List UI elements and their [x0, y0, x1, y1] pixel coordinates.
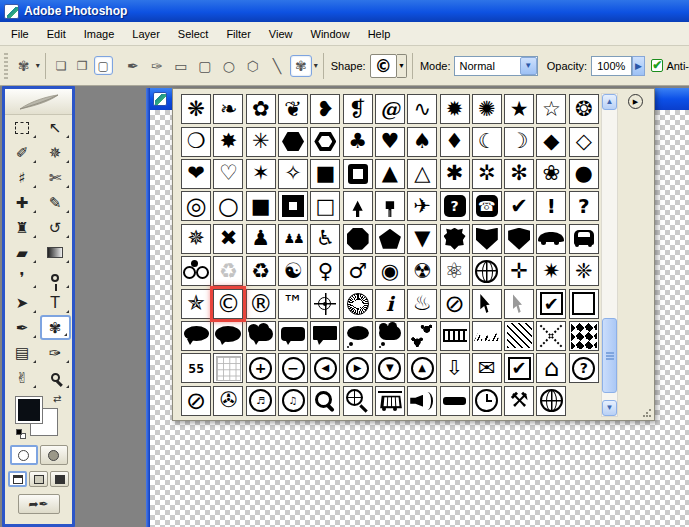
shape-speaker[interactable]	[407, 386, 437, 416]
shape-picker-scrollbar[interactable]: ▲ ▼	[601, 93, 618, 417]
shape-checkmark[interactable]: ✔	[504, 191, 534, 221]
shape-speech-ellipse[interactable]	[213, 321, 243, 351]
type-tool[interactable]: T	[40, 290, 71, 315]
default-colors-icon[interactable]	[16, 429, 26, 439]
shape-exclamation[interactable]: !	[536, 191, 566, 221]
shape-circle-outline[interactable]: ○	[213, 191, 243, 221]
shape-triangle-outline[interactable]: △	[407, 159, 437, 189]
eraser-tool[interactable]: ▰	[7, 240, 38, 265]
shape-recycle-light[interactable]: ♻	[213, 256, 243, 286]
shape-paisley[interactable]: ❡	[343, 94, 373, 124]
shape-music-add[interactable]: ♬	[246, 386, 276, 416]
rectangle-tool-button[interactable]: ▭	[170, 55, 192, 77]
shape-plus-circle[interactable]: +	[246, 353, 276, 383]
tool-preset-picker[interactable]: ✾	[14, 55, 34, 77]
zoom-tool[interactable]	[40, 365, 71, 390]
line-tool-button[interactable]: ╲	[266, 55, 288, 77]
shape-sun[interactable]: ✸	[213, 127, 243, 157]
shape-square-hole[interactable]	[278, 191, 308, 221]
shape-triangle[interactable]: ▲	[375, 159, 405, 189]
shape-woman[interactable]	[343, 191, 373, 221]
shape-no-sign[interactable]: ⊘	[181, 386, 211, 416]
custom-shape-tool-button[interactable]: ✾	[290, 55, 312, 77]
shape-rounded-square[interactable]: ■	[310, 159, 340, 189]
scrollbar-thumb[interactable]	[602, 318, 617, 393]
preset-dropdown-arrow[interactable]: ▾	[36, 61, 40, 70]
freeform-pen-tool-button[interactable]: ✑	[146, 55, 168, 77]
shape-spiral[interactable]: @	[375, 94, 405, 124]
antialias-checkbox[interactable]: ✔	[651, 59, 663, 72]
shape-crescent[interactable]: ☾	[472, 127, 502, 157]
shape-diamond-outline[interactable]: ◇	[569, 127, 599, 157]
shape-scalloped-circle[interactable]: ❍	[181, 127, 211, 157]
shape-sun-outline[interactable]: ✳	[246, 127, 276, 157]
shape-speech-rect[interactable]	[278, 321, 308, 351]
shape-railroad[interactable]	[440, 321, 470, 351]
shape-target[interactable]: ◉	[375, 256, 405, 286]
clone-stamp-tool[interactable]: ♜	[7, 215, 38, 240]
shape-male[interactable]: ♂	[343, 256, 373, 286]
shape-info[interactable]: i	[375, 289, 405, 319]
shape-starburst[interactable]: ✹	[440, 94, 470, 124]
shape-heart[interactable]: ❤	[181, 159, 211, 189]
shape-heart-card[interactable]: ♥	[375, 127, 405, 157]
shape-car-front[interactable]	[569, 224, 599, 254]
shape-floral-ornament[interactable]: ❧	[213, 94, 243, 124]
shape-airplane[interactable]: ✈	[407, 191, 437, 221]
options-bar-grip[interactable]	[4, 53, 8, 79]
shape-badge[interactable]: ✶	[246, 159, 276, 189]
shape-checked-box[interactable]: ✔	[536, 289, 566, 319]
quick-mask-mode-button[interactable]	[40, 445, 68, 465]
polygon-tool-button[interactable]: ⬡	[242, 55, 264, 77]
shape-grid[interactable]	[213, 353, 243, 383]
shape-digits-55[interactable]: 55	[181, 353, 211, 383]
shape-checkbox-checked[interactable]: ✔	[504, 353, 534, 383]
shape-left-circle[interactable]: ◀	[310, 353, 340, 383]
menu-window[interactable]: Window	[302, 25, 359, 43]
shape-thought-cloud[interactable]	[375, 321, 405, 351]
shape-bang-filled[interactable]: ✷	[536, 256, 566, 286]
shape-music-remove[interactable]: ♫	[278, 386, 308, 416]
shape-picker-dropdown-arrow[interactable]: ▼	[397, 54, 407, 78]
shape-flower-outline[interactable]: ❀	[536, 159, 566, 189]
shape-stripe-pattern[interactable]	[504, 321, 534, 351]
shape-recycle[interactable]: ♻	[246, 256, 276, 286]
menu-view[interactable]: View	[260, 25, 302, 43]
pen-tool[interactable]: ✒	[7, 315, 38, 340]
shape-paw-prints[interactable]	[407, 321, 437, 351]
shape-pentagon[interactable]	[375, 224, 405, 254]
shape-cursor[interactable]	[472, 289, 502, 319]
shape-up-circle[interactable]: ▲	[407, 353, 437, 383]
picker-resize-grip[interactable]	[642, 408, 652, 418]
history-brush-tool[interactable]: ↺	[40, 215, 71, 240]
shape-cursor-outline[interactable]	[504, 289, 534, 319]
shape-crescent-outline[interactable]: ☽	[504, 127, 534, 157]
shape-envelope[interactable]: ✉	[472, 353, 502, 383]
foreground-color-swatch[interactable]	[16, 397, 42, 423]
fill-pixels-button[interactable]: ▢	[94, 56, 113, 75]
shape-empty-box[interactable]	[569, 289, 599, 319]
shape-minus-circle[interactable]: −	[278, 353, 308, 383]
shape-diamond-card[interactable]: ♦	[440, 127, 470, 157]
shape-right-circle[interactable]: ▶	[343, 353, 373, 383]
shape-star-outline[interactable]: ☆	[536, 94, 566, 124]
shape-circle[interactable]: ●	[569, 159, 599, 189]
shape-heart-outline[interactable]: ♡	[213, 159, 243, 189]
shape-shopping-cart[interactable]	[375, 386, 405, 416]
shape-help-circle[interactable]: ?	[569, 353, 599, 383]
shape-star[interactable]: ★	[504, 94, 534, 124]
shape-triangle-down[interactable]: ▼	[407, 224, 437, 254]
toolbox-header[interactable]	[5, 89, 72, 115]
shape-ornate-flower[interactable]: ❋	[181, 94, 211, 124]
shape-hexagon[interactable]	[278, 127, 308, 157]
shape-registered[interactable]: ®	[246, 289, 276, 319]
menu-layer[interactable]: Layer	[123, 25, 169, 43]
shape-pedestrian[interactable]: ♟	[246, 224, 276, 254]
shape-club[interactable]: ♣	[343, 127, 373, 157]
shape-blob-outline[interactable]: ✲	[472, 159, 502, 189]
gradient-tool[interactable]	[40, 240, 71, 265]
rounded-rectangle-tool-button[interactable]: ▢	[194, 55, 216, 77]
shape-heart-flourish[interactable]: ❦	[278, 94, 308, 124]
shape-wheelchair[interactable]: ♿	[310, 224, 340, 254]
shape-save-download[interactable]: ⇩	[440, 353, 470, 383]
